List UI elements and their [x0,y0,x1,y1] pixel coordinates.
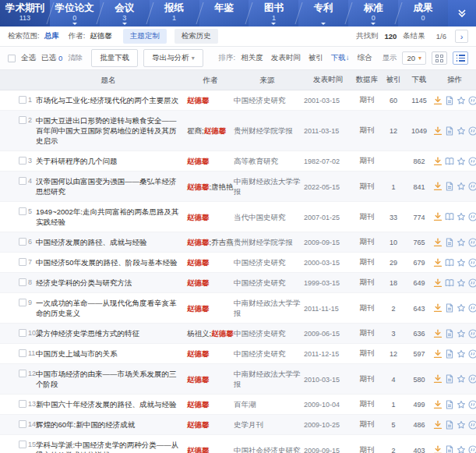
row-checkbox[interactable] [19,96,26,104]
result-title-link[interactable]: 经济史学科的分类与研究方法 [36,278,132,287]
author-link[interactable]: 赵德馨 [187,446,210,453]
result-cited-count[interactable]: 1 [391,401,395,409]
row-checkbox[interactable] [19,157,26,165]
row-checkbox[interactable] [19,278,26,286]
quote-icon[interactable] [468,400,476,409]
favorite-icon[interactable] [457,182,466,191]
result-title-link[interactable]: 一次成功的革命——从现代化角度看辛亥革命的历史意义 [36,299,177,317]
result-cited-count[interactable]: 2 [391,305,395,313]
favorite-icon[interactable] [457,238,466,247]
download-icon[interactable] [433,278,443,288]
quote-icon[interactable] [468,420,476,430]
result-title-link[interactable]: 辉煌的60年:新中国的经济成就 [36,420,135,429]
row-checkbox[interactable] [19,370,26,377]
author-link[interactable]: 赵德馨 [204,126,227,135]
author-link[interactable]: 赵德馨 [187,238,210,246]
batch-download-button[interactable]: 批量下载 [91,49,138,67]
author-link[interactable]: 赵德馨 [187,400,210,409]
result-source-link[interactable]: 中南财经政法大学学报 [234,177,301,196]
result-cited-count[interactable]: 12 [390,350,397,358]
result-source-link[interactable]: 中国经济史研究 [234,278,286,287]
row-checkbox[interactable] [19,441,26,448]
download-icon[interactable] [433,445,443,453]
result-cited-count[interactable]: 12 [390,127,397,135]
category-tab-专利[interactable]: 专利 [298,0,348,27]
quote-icon[interactable] [468,303,476,313]
download-icon[interactable] [433,303,443,313]
more-categories-button[interactable] [448,0,476,27]
author-link[interactable]: 赵德馨 [187,258,210,267]
author-link[interactable]: 赵德馨 [187,278,210,287]
row-checkbox[interactable] [19,420,26,428]
row-checkbox[interactable] [19,116,26,124]
read-page-icon[interactable] [445,182,454,191]
row-checkbox[interactable] [19,238,26,246]
result-source-link[interactable]: 中南财经政法大学学报 [234,299,301,317]
author-link[interactable]: 赵德馨 [187,182,210,191]
author-link[interactable]: 赵德馨 [187,213,210,221]
download-icon[interactable] [433,374,443,384]
result-cited-count[interactable]: 18 [390,279,397,287]
result-cited-count[interactable]: 2 [391,447,395,453]
result-source-link[interactable]: 百年潮 [234,400,256,409]
result-title-link[interactable]: 中国大豆进出口形势的逆转与粮食安全——百年间中国大豆国际贸易地位的逆转及其历史启… [36,116,177,145]
category-tab-年鉴[interactable]: 年鉴 [199,0,249,27]
download-icon[interactable] [433,157,443,166]
quote-icon[interactable] [468,374,476,384]
col-cited[interactable]: 被引 [382,75,405,85]
result-cited-count[interactable]: 29 [390,259,397,267]
sort-option-相关度[interactable]: 相关度 [241,53,263,63]
result-title-link[interactable]: 1949~2002年:走向共同富裕的两条思路及其实践经验 [36,207,178,226]
favorite-icon[interactable] [457,126,466,136]
result-title-link[interactable]: 新中国六十年经济发展的路径、成就与经验 [36,400,177,409]
favorite-icon[interactable] [457,374,466,384]
favorite-icon[interactable] [457,258,466,267]
favorite-icon[interactable] [457,96,466,105]
result-cited-count[interactable]: 3 [391,330,395,338]
favorite-icon[interactable] [457,349,466,359]
download-icon[interactable] [433,400,443,409]
result-title-link[interactable]: 关于科研程序的几个问题 [36,157,118,165]
quote-icon[interactable] [468,238,476,247]
page-size-select[interactable]: 20 ▾ [402,51,426,65]
read-page-icon[interactable] [445,420,454,430]
read-page-icon[interactable] [445,238,454,247]
favorite-icon[interactable] [457,212,466,221]
favorite-icon[interactable] [457,400,466,409]
result-source-link[interactable]: 中国经济史研究 [234,329,286,338]
author-link[interactable]: 赵德馨 [187,375,210,384]
quote-icon[interactable] [468,96,476,105]
category-tab-成果[interactable]: 成果 0 [398,0,448,27]
export-analyze-button[interactable]: 导出与分析 ▾ [143,49,203,67]
quote-icon[interactable] [468,258,476,267]
download-icon[interactable] [433,126,443,136]
author-link[interactable]: 赵德馨 [187,96,210,104]
category-tab-学术期刊[interactable]: 学术期刊 113 [0,0,50,27]
author-link[interactable]: 赵德馨 [211,329,234,338]
col-downloads[interactable]: 下载 [405,75,433,85]
sort-option-发表时间[interactable]: 发表时间 [271,53,301,63]
sort-option-下载[interactable]: 下载↓ [331,53,350,63]
result-source-link[interactable]: 史学月刊 [234,420,263,429]
select-all-label[interactable]: 全选 [21,53,36,63]
topic-subscribe-button[interactable]: 主题定制 [123,29,167,44]
quote-icon[interactable] [468,157,476,166]
result-cited-count[interactable]: 1 [391,183,395,191]
result-source-link[interactable]: 当代中国史研究 [234,213,286,221]
read-book-icon[interactable] [445,278,454,288]
result-title-link[interactable]: 学科与学派:中国经济史学的两种分类——从梁方仲的学术地位说起 [36,441,178,453]
read-page-icon[interactable] [445,303,454,313]
category-tab-学位论文[interactable]: 学位论文 0 [50,0,100,27]
quote-icon[interactable] [468,329,476,338]
download-icon[interactable] [433,349,443,359]
author-link[interactable]: 赵德馨 [187,349,210,358]
quote-icon[interactable] [468,182,476,191]
read-page-icon[interactable] [445,445,454,453]
quote-icon[interactable] [468,349,476,359]
read-page-icon[interactable] [445,349,454,359]
read-page-icon[interactable] [445,400,454,409]
author-link[interactable]: 瞿商 [187,126,202,135]
download-icon[interactable] [433,238,443,247]
quote-icon[interactable] [468,278,476,288]
favorite-icon[interactable] [457,420,466,430]
